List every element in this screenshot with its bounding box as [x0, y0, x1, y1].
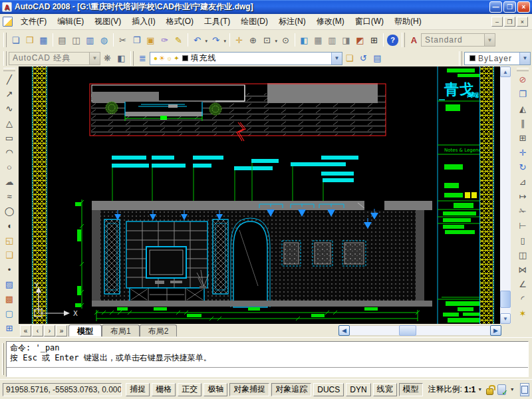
- trim-button[interactable]: ✁: [515, 203, 531, 218]
- toggle-snap[interactable]: 捕捉: [126, 383, 150, 396]
- markup-set-manager-button[interactable]: ◩: [353, 33, 367, 47]
- tab-next-button[interactable]: ›: [44, 325, 55, 336]
- toggle-polar[interactable]: 极轴: [203, 383, 227, 396]
- plot-preview-button[interactable]: ◫: [69, 33, 83, 47]
- restore-button[interactable]: ❐: [503, 1, 516, 13]
- menu-tools[interactable]: 工具(T): [199, 14, 235, 29]
- tab-layout2[interactable]: 布局2: [140, 325, 178, 336]
- undo-button[interactable]: ↶: [190, 33, 204, 47]
- make-block-button[interactable]: ❑: [1, 247, 17, 262]
- toggle-ortho[interactable]: 正交: [178, 383, 201, 396]
- mdi-minimize-button[interactable]: –: [491, 17, 503, 27]
- tab-prev-button[interactable]: ‹: [32, 325, 43, 336]
- zoom-window-button[interactable]: ⊡: [260, 33, 274, 47]
- break-at-point-button[interactable]: ▯: [515, 233, 531, 247]
- layer-states-button[interactable]: ▤: [370, 51, 384, 65]
- menu-modify[interactable]: 修改(M): [311, 14, 350, 29]
- text-style-icon[interactable]: A: [407, 33, 421, 47]
- menu-edit[interactable]: 编辑(E): [52, 14, 89, 29]
- layer-previous-button[interactable]: ↺: [356, 51, 370, 65]
- layer-combo[interactable]: ●☀☼✦ 填充线 ▼: [150, 52, 342, 65]
- revision-cloud-button[interactable]: ☁: [1, 174, 17, 189]
- construction-line-button[interactable]: ↗: [1, 86, 17, 101]
- tab-model[interactable]: 模型: [68, 325, 102, 336]
- copy-object-button[interactable]: ❐: [515, 86, 531, 101]
- menu-help[interactable]: 帮助(H): [389, 14, 427, 29]
- point-button[interactable]: •: [1, 262, 17, 277]
- publish-button[interactable]: ▥: [83, 33, 97, 47]
- rectangle-button[interactable]: ▭: [1, 130, 17, 145]
- toolbar-grip[interactable]: [402, 33, 405, 47]
- redo-button[interactable]: ↷: [209, 33, 223, 47]
- toggle-lineweight[interactable]: 线宽: [373, 383, 397, 396]
- horizontal-scroll-thumb[interactable]: [399, 325, 416, 336]
- sheet-set-manager-button[interactable]: ◨: [339, 33, 353, 47]
- arc-button[interactable]: ◠: [1, 145, 17, 160]
- menu-window[interactable]: 窗口(W): [350, 14, 389, 29]
- my-workspace-icon[interactable]: ◧: [114, 51, 128, 65]
- menu-insert[interactable]: 插入(I): [126, 14, 160, 29]
- stretch-button[interactable]: ↦: [515, 189, 531, 203]
- annotation-sc ale-value[interactable]: 1:1: [464, 385, 475, 394]
- tab-layout1[interactable]: 布局1: [102, 325, 140, 336]
- scroll-right-icon[interactable]: ▶: [490, 325, 501, 336]
- web-publish-button[interactable]: ◍: [97, 33, 111, 47]
- zoom-realtime-button[interactable]: ⊕: [246, 33, 260, 47]
- menu-format[interactable]: 格式(O): [161, 14, 199, 29]
- scroll-down-icon[interactable]: ▼: [500, 313, 511, 324]
- toolbar-grip[interactable]: [130, 51, 134, 66]
- cut-button[interactable]: ✂: [116, 33, 130, 47]
- toolbar-grip[interactable]: [3, 51, 7, 66]
- chevron-down-icon[interactable]: ▼: [519, 53, 530, 65]
- command-window[interactable]: 命令: '_pan 按 Esc 或 Enter 键退出，或单击右键显示快捷菜单。: [6, 341, 529, 377]
- toggle-model[interactable]: 模型: [399, 383, 423, 396]
- vertical-scrollbar[interactable]: ▲ ▼: [500, 66, 511, 324]
- match-properties-button[interactable]: ✑: [158, 33, 172, 47]
- mdi-close-button[interactable]: ×: [517, 17, 528, 27]
- menu-draw[interactable]: 绘图(D): [235, 14, 273, 29]
- horizontal-scroll-track[interactable]: [338, 325, 501, 336]
- annotation-autoscale-icon[interactable]: [497, 384, 506, 395]
- chevron-down-icon[interactable]: ▼: [89, 53, 100, 65]
- clean-screen-button[interactable]: [520, 383, 529, 396]
- toolbar-grip[interactable]: [459, 51, 462, 66]
- table-button[interactable]: ⊞: [1, 321, 17, 335]
- toggle-grid[interactable]: 栅格: [152, 383, 176, 396]
- chevron-down-icon[interactable]: ▼: [331, 53, 342, 65]
- erase-button[interactable]: ⊘: [515, 72, 531, 86]
- plot-button[interactable]: ▤: [55, 33, 69, 47]
- ellipse-arc-button[interactable]: ◖: [1, 218, 17, 233]
- spline-button[interactable]: ≈: [1, 189, 17, 203]
- join-button[interactable]: ⋈: [515, 262, 531, 277]
- insert-block-button[interactable]: ◱: [1, 233, 17, 247]
- annotation-lock-icon[interactable]: [486, 388, 493, 395]
- gradient-button[interactable]: ▩: [1, 291, 17, 306]
- hatch-button[interactable]: ▨: [1, 277, 17, 291]
- line-button[interactable]: ╱: [1, 72, 17, 86]
- workspace-combo[interactable]: AutoCAD 经典 ▼: [9, 52, 100, 65]
- rotate-button[interactable]: ↻: [515, 160, 531, 174]
- toggle-dyn[interactable]: DYN: [346, 383, 370, 396]
- properties-button[interactable]: ◧: [297, 33, 311, 47]
- circle-button[interactable]: ○: [1, 160, 17, 174]
- new-file-button[interactable]: ❏: [9, 33, 23, 47]
- polygon-button[interactable]: △: [1, 116, 17, 130]
- zoom-previous-button[interactable]: ⊙: [279, 33, 293, 47]
- designcenter-button[interactable]: ▦: [311, 33, 325, 47]
- quickcalc-button[interactable]: ⊞: [367, 33, 381, 47]
- toolbar-grip[interactable]: [517, 68, 529, 71]
- style-combo[interactable]: Standard ▼: [421, 33, 495, 47]
- minimize-button[interactable]: —: [489, 1, 502, 13]
- offset-button[interactable]: ∥: [515, 116, 531, 130]
- open-file-button[interactable]: ❒: [23, 33, 37, 47]
- title-bar[interactable]: A AutoCAD 2008 - [G:\重庆时代培训学校\CAD作业\宁建友作…: [0, 0, 532, 14]
- make-object-layer-current-button[interactable]: ❏: [342, 51, 356, 65]
- ellipse-button[interactable]: ◯: [1, 203, 17, 218]
- close-button[interactable]: ×: [517, 1, 530, 13]
- explode-button[interactable]: ✶: [515, 306, 531, 321]
- copy-button[interactable]: ❐: [130, 33, 144, 47]
- menu-view[interactable]: 视图(V): [89, 14, 126, 29]
- tray-menu-icon[interactable]: ▼: [510, 387, 515, 392]
- tool-palettes-button[interactable]: ▥: [325, 33, 339, 47]
- workspace-settings-icon[interactable]: ❋: [100, 51, 114, 65]
